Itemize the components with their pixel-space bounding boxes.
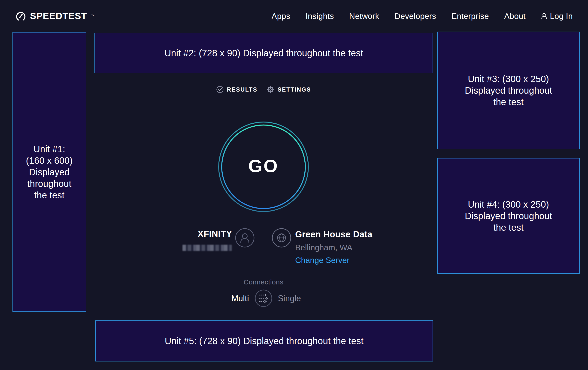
isp-name: XFINITY xyxy=(162,229,232,239)
tab-results[interactable]: RESULTS xyxy=(216,86,257,93)
change-server-link[interactable]: Change Server xyxy=(295,256,349,265)
server-globe-icon xyxy=(272,228,292,248)
server-location: Bellingham, WA xyxy=(295,243,352,252)
logo-trademark: ™ xyxy=(91,14,94,18)
login-button[interactable]: Log In xyxy=(541,11,573,21)
connections-title: Connections xyxy=(244,278,283,286)
login-label: Log In xyxy=(550,11,573,21)
header: SPEEDTEST ™ Apps Insights Network Develo… xyxy=(0,0,588,32)
speedtest-gauge-icon xyxy=(15,11,26,22)
connections-multi-option[interactable]: Multi xyxy=(215,294,249,303)
ad-unit-1[interactable]: Unit #1: (160 x 600) Displayed throughou… xyxy=(12,32,86,312)
ad-unit-5[interactable]: Unit #5: (728 x 90) Displayed throughout… xyxy=(95,320,433,361)
tab-settings-label: SETTINGS xyxy=(278,86,311,93)
isp-ip-redacted xyxy=(182,245,232,251)
check-circle-icon xyxy=(216,86,224,93)
nav-item-insights[interactable]: Insights xyxy=(305,11,334,21)
nav-item-developers[interactable]: Developers xyxy=(394,11,436,21)
go-label: GO xyxy=(248,155,279,177)
nav-item-network[interactable]: Network xyxy=(349,11,379,21)
nav-item-about[interactable]: About xyxy=(504,11,526,21)
server-name: Green House Data xyxy=(295,230,372,240)
user-icon xyxy=(541,13,547,20)
speedtest-page: SPEEDTEST ™ Apps Insights Network Develo… xyxy=(0,0,588,370)
logo-text: SPEEDTEST xyxy=(30,11,87,21)
ad-unit-4[interactable]: Unit #4: (300 x 250) Displayed throughou… xyxy=(437,158,580,274)
ad-unit-2[interactable]: Unit #2: (728 x 90) Displayed throughout… xyxy=(94,33,433,73)
gear-icon xyxy=(267,86,275,93)
speedtest-logo[interactable]: SPEEDTEST ™ xyxy=(15,11,94,22)
tab-settings[interactable]: SETTINGS xyxy=(267,86,311,93)
connections-single-option[interactable]: Single xyxy=(278,294,301,303)
nav-item-apps[interactable]: Apps xyxy=(272,11,290,21)
isp-user-icon xyxy=(235,228,255,248)
nav-item-enterprise[interactable]: Enterprise xyxy=(451,11,489,21)
ad-unit-3[interactable]: Unit #3: (300 x 250) Displayed throughou… xyxy=(437,32,580,149)
go-button[interactable]: GO xyxy=(217,121,310,213)
main-nav: Apps Insights Network Developers Enterpr… xyxy=(272,11,573,21)
tab-results-label: RESULTS xyxy=(227,86,257,93)
result-settings-tabs: RESULTS SETTINGS xyxy=(216,86,311,93)
connections-toggle-icon[interactable] xyxy=(254,289,273,308)
